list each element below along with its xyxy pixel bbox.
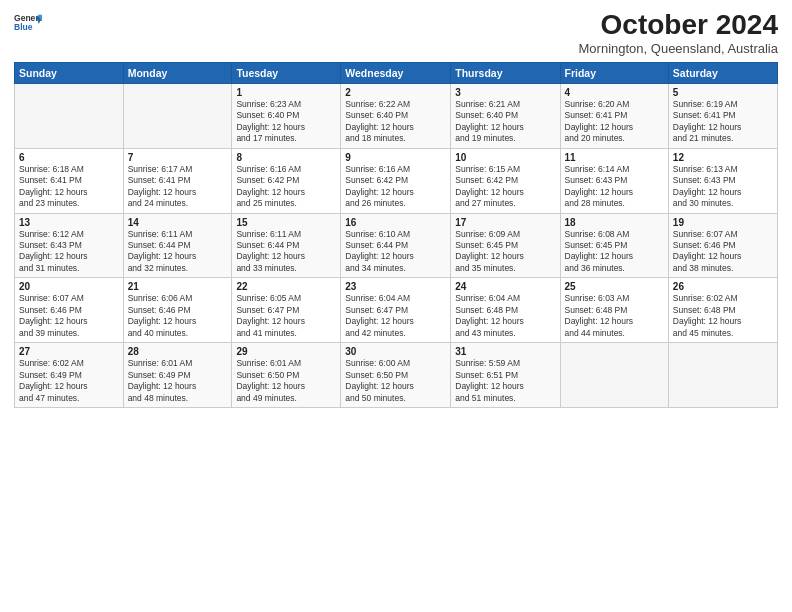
calendar-cell: 23Sunrise: 6:04 AM Sunset: 6:47 PM Dayli… <box>341 278 451 343</box>
calendar-cell <box>560 343 668 408</box>
day-info: Sunrise: 6:18 AM Sunset: 6:41 PM Dayligh… <box>19 164 119 210</box>
day-number: 27 <box>19 346 119 357</box>
calendar-cell: 24Sunrise: 6:04 AM Sunset: 6:48 PM Dayli… <box>451 278 560 343</box>
day-number: 16 <box>345 217 446 228</box>
day-number: 26 <box>673 281 773 292</box>
day-info: Sunrise: 6:17 AM Sunset: 6:41 PM Dayligh… <box>128 164 228 210</box>
calendar-cell: 9Sunrise: 6:16 AM Sunset: 6:42 PM Daylig… <box>341 148 451 213</box>
logo-icon: General Blue <box>14 10 42 38</box>
day-info: Sunrise: 6:01 AM Sunset: 6:49 PM Dayligh… <box>128 358 228 404</box>
calendar-cell: 28Sunrise: 6:01 AM Sunset: 6:49 PM Dayli… <box>123 343 232 408</box>
calendar-cell: 6Sunrise: 6:18 AM Sunset: 6:41 PM Daylig… <box>15 148 124 213</box>
day-info: Sunrise: 6:22 AM Sunset: 6:40 PM Dayligh… <box>345 99 446 145</box>
day-number: 19 <box>673 217 773 228</box>
svg-text:Blue: Blue <box>14 22 33 32</box>
day-info: Sunrise: 6:01 AM Sunset: 6:50 PM Dayligh… <box>236 358 336 404</box>
calendar-cell: 19Sunrise: 6:07 AM Sunset: 6:46 PM Dayli… <box>668 213 777 278</box>
day-number: 24 <box>455 281 555 292</box>
day-header-thursday: Thursday <box>451 62 560 83</box>
calendar-cell: 18Sunrise: 6:08 AM Sunset: 6:45 PM Dayli… <box>560 213 668 278</box>
day-number: 5 <box>673 87 773 98</box>
title-area: October 2024 Mornington, Queensland, Aus… <box>579 10 778 56</box>
day-number: 1 <box>236 87 336 98</box>
day-info: Sunrise: 6:02 AM Sunset: 6:49 PM Dayligh… <box>19 358 119 404</box>
day-number: 18 <box>565 217 664 228</box>
calendar-cell: 29Sunrise: 6:01 AM Sunset: 6:50 PM Dayli… <box>232 343 341 408</box>
calendar-cell: 22Sunrise: 6:05 AM Sunset: 6:47 PM Dayli… <box>232 278 341 343</box>
calendar-cell <box>15 83 124 148</box>
day-info: Sunrise: 6:07 AM Sunset: 6:46 PM Dayligh… <box>673 229 773 275</box>
calendar-cell: 25Sunrise: 6:03 AM Sunset: 6:48 PM Dayli… <box>560 278 668 343</box>
day-number: 14 <box>128 217 228 228</box>
day-number: 20 <box>19 281 119 292</box>
day-number: 8 <box>236 152 336 163</box>
calendar-cell: 10Sunrise: 6:15 AM Sunset: 6:42 PM Dayli… <box>451 148 560 213</box>
day-info: Sunrise: 6:08 AM Sunset: 6:45 PM Dayligh… <box>565 229 664 275</box>
day-info: Sunrise: 6:23 AM Sunset: 6:40 PM Dayligh… <box>236 99 336 145</box>
day-info: Sunrise: 6:16 AM Sunset: 6:42 PM Dayligh… <box>345 164 446 210</box>
day-number: 10 <box>455 152 555 163</box>
day-header-wednesday: Wednesday <box>341 62 451 83</box>
day-number: 21 <box>128 281 228 292</box>
day-info: Sunrise: 6:04 AM Sunset: 6:48 PM Dayligh… <box>455 293 555 339</box>
calendar-cell: 20Sunrise: 6:07 AM Sunset: 6:46 PM Dayli… <box>15 278 124 343</box>
day-number: 15 <box>236 217 336 228</box>
day-number: 22 <box>236 281 336 292</box>
calendar-cell: 4Sunrise: 6:20 AM Sunset: 6:41 PM Daylig… <box>560 83 668 148</box>
day-number: 4 <box>565 87 664 98</box>
day-info: Sunrise: 6:19 AM Sunset: 6:41 PM Dayligh… <box>673 99 773 145</box>
calendar-cell: 30Sunrise: 6:00 AM Sunset: 6:50 PM Dayli… <box>341 343 451 408</box>
calendar-cell: 1Sunrise: 6:23 AM Sunset: 6:40 PM Daylig… <box>232 83 341 148</box>
calendar-cell <box>668 343 777 408</box>
day-info: Sunrise: 6:02 AM Sunset: 6:48 PM Dayligh… <box>673 293 773 339</box>
day-number: 31 <box>455 346 555 357</box>
day-info: Sunrise: 6:20 AM Sunset: 6:41 PM Dayligh… <box>565 99 664 145</box>
day-number: 23 <box>345 281 446 292</box>
day-number: 30 <box>345 346 446 357</box>
calendar-cell: 12Sunrise: 6:13 AM Sunset: 6:43 PM Dayli… <box>668 148 777 213</box>
day-number: 7 <box>128 152 228 163</box>
calendar-cell <box>123 83 232 148</box>
location: Mornington, Queensland, Australia <box>579 41 778 56</box>
day-number: 6 <box>19 152 119 163</box>
day-info: Sunrise: 6:05 AM Sunset: 6:47 PM Dayligh… <box>236 293 336 339</box>
day-info: Sunrise: 6:04 AM Sunset: 6:47 PM Dayligh… <box>345 293 446 339</box>
calendar-cell: 16Sunrise: 6:10 AM Sunset: 6:44 PM Dayli… <box>341 213 451 278</box>
day-number: 17 <box>455 217 555 228</box>
logo: General Blue <box>14 10 42 38</box>
day-info: Sunrise: 6:07 AM Sunset: 6:46 PM Dayligh… <box>19 293 119 339</box>
calendar-cell: 8Sunrise: 6:16 AM Sunset: 6:42 PM Daylig… <box>232 148 341 213</box>
calendar-cell: 21Sunrise: 6:06 AM Sunset: 6:46 PM Dayli… <box>123 278 232 343</box>
day-header-friday: Friday <box>560 62 668 83</box>
day-info: Sunrise: 6:00 AM Sunset: 6:50 PM Dayligh… <box>345 358 446 404</box>
calendar-cell: 14Sunrise: 6:11 AM Sunset: 6:44 PM Dayli… <box>123 213 232 278</box>
day-number: 25 <box>565 281 664 292</box>
calendar-cell: 2Sunrise: 6:22 AM Sunset: 6:40 PM Daylig… <box>341 83 451 148</box>
day-info: Sunrise: 5:59 AM Sunset: 6:51 PM Dayligh… <box>455 358 555 404</box>
day-header-tuesday: Tuesday <box>232 62 341 83</box>
day-number: 28 <box>128 346 228 357</box>
day-number: 13 <box>19 217 119 228</box>
calendar-cell: 3Sunrise: 6:21 AM Sunset: 6:40 PM Daylig… <box>451 83 560 148</box>
day-header-monday: Monday <box>123 62 232 83</box>
calendar-cell: 11Sunrise: 6:14 AM Sunset: 6:43 PM Dayli… <box>560 148 668 213</box>
day-number: 3 <box>455 87 555 98</box>
day-number: 12 <box>673 152 773 163</box>
day-number: 11 <box>565 152 664 163</box>
day-info: Sunrise: 6:14 AM Sunset: 6:43 PM Dayligh… <box>565 164 664 210</box>
day-info: Sunrise: 6:09 AM Sunset: 6:45 PM Dayligh… <box>455 229 555 275</box>
calendar-cell: 7Sunrise: 6:17 AM Sunset: 6:41 PM Daylig… <box>123 148 232 213</box>
day-info: Sunrise: 6:11 AM Sunset: 6:44 PM Dayligh… <box>236 229 336 275</box>
calendar-cell: 31Sunrise: 5:59 AM Sunset: 6:51 PM Dayli… <box>451 343 560 408</box>
day-info: Sunrise: 6:10 AM Sunset: 6:44 PM Dayligh… <box>345 229 446 275</box>
day-info: Sunrise: 6:06 AM Sunset: 6:46 PM Dayligh… <box>128 293 228 339</box>
header: General Blue October 2024 Mornington, Qu… <box>14 10 778 56</box>
day-number: 29 <box>236 346 336 357</box>
calendar-cell: 15Sunrise: 6:11 AM Sunset: 6:44 PM Dayli… <box>232 213 341 278</box>
day-header-sunday: Sunday <box>15 62 124 83</box>
day-info: Sunrise: 6:12 AM Sunset: 6:43 PM Dayligh… <box>19 229 119 275</box>
day-info: Sunrise: 6:11 AM Sunset: 6:44 PM Dayligh… <box>128 229 228 275</box>
calendar-cell: 27Sunrise: 6:02 AM Sunset: 6:49 PM Dayli… <box>15 343 124 408</box>
day-number: 9 <box>345 152 446 163</box>
day-info: Sunrise: 6:03 AM Sunset: 6:48 PM Dayligh… <box>565 293 664 339</box>
